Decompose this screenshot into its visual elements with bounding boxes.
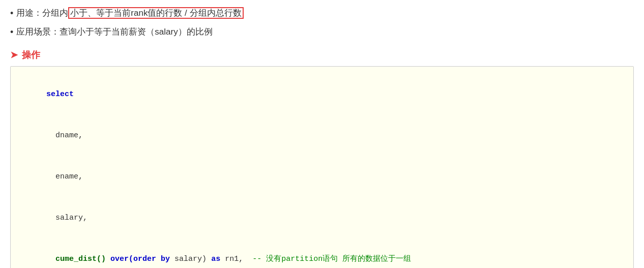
- page-wrapper: • 用途：分组内小于、等于当前rank值的行数 / 分组内总行数 • 应用场景：…: [0, 0, 644, 268]
- section-title: 操作: [22, 49, 40, 61]
- indent-5: [46, 255, 55, 263]
- code-ename: ename,: [46, 172, 83, 181]
- code-line-3: ename,: [19, 156, 625, 197]
- space-5a: [106, 255, 110, 263]
- kw-select: select: [46, 90, 74, 99]
- kw-order-by-1: order by: [133, 255, 170, 263]
- salary-rn1: salary): [170, 255, 211, 263]
- bullet-dot-2: •: [10, 25, 13, 40]
- kw-cume-dist-1: cume_dist(): [55, 255, 106, 263]
- highlighted-box-1: 小于、等于当前rank值的行数 / 分组内总行数: [68, 7, 243, 19]
- code-line-5: cume_dist() over(order by salary) as rn1…: [19, 239, 625, 268]
- comment-1: -- 没有partition语句 所有的数据位于一组: [252, 255, 411, 263]
- code-salary: salary,: [46, 214, 87, 222]
- bullet-text-1: 用途：分组内小于、等于当前rank值的行数 / 分组内总行数: [16, 6, 634, 20]
- code-dname: dname,: [46, 131, 83, 140]
- section-header: ➤ 操作: [10, 49, 634, 61]
- bullet-prefix-1: 用途：分组内: [16, 8, 68, 18]
- bullet-item-1: • 用途：分组内小于、等于当前rank值的行数 / 分组内总行数: [10, 6, 634, 21]
- rn1-text: rn1,: [220, 255, 252, 263]
- bullet-text-2: 应用场景：查询小于等于当前薪资（salary）的比例: [16, 25, 634, 39]
- bullet-section: • 用途：分组内小于、等于当前rank值的行数 / 分组内总行数 • 应用场景：…: [10, 6, 634, 40]
- code-line-4: salary,: [19, 197, 625, 239]
- arrow-icon: ➤: [10, 49, 18, 61]
- code-line-1: select: [19, 74, 625, 115]
- kw-over-1: over(: [110, 255, 133, 263]
- code-line-2: dname,: [19, 115, 625, 156]
- code-block: select dname, ename, salary, cume_dist()…: [10, 66, 634, 268]
- bullet-item-2: • 应用场景：查询小于等于当前薪资（salary）的比例: [10, 25, 634, 40]
- bullet-dot-1: •: [10, 6, 13, 21]
- kw-as-1: as: [211, 255, 220, 263]
